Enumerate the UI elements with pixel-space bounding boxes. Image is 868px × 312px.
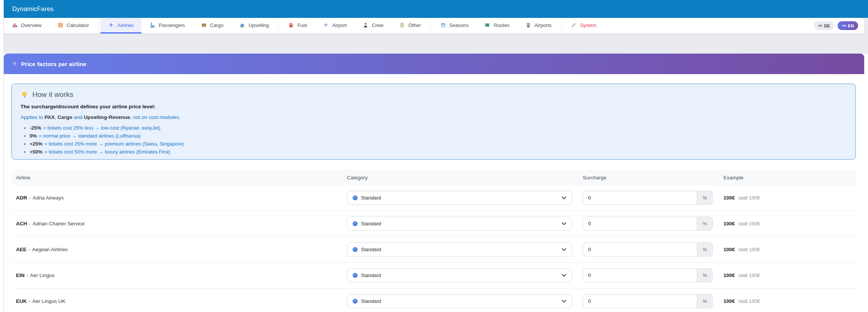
example-price: 100€ xyxy=(723,298,735,304)
nav-tab[interactable]: Seasons xyxy=(432,18,477,33)
building-icon xyxy=(525,22,531,28)
category-value: Standard xyxy=(361,298,381,304)
surcharge-input[interactable] xyxy=(583,191,697,205)
airline-code: AEE xyxy=(16,247,27,252)
nav-tab[interactable]: Cargo xyxy=(193,18,231,33)
page-title: Price factors per airline xyxy=(21,61,86,67)
bar-chart-icon xyxy=(12,22,17,28)
info-bullet: -25%= tickets cost 25% less → low-cost (… xyxy=(30,125,847,131)
map-icon xyxy=(485,22,490,28)
category-cell: Standard xyxy=(342,294,578,308)
nav-tab[interactable]: Passengers xyxy=(141,18,193,33)
airline-name-cell: ADR-Adria Airways xyxy=(11,195,342,201)
table-row: EUK-Aer Lingus UK Standard % 100€ statt … xyxy=(11,288,857,312)
nav-tabs: Overview Calculator ✈ Airlines Passenger… xyxy=(4,18,604,33)
airline-code: ADR xyxy=(16,195,27,201)
main-nav: Overview Calculator ✈ Airlines Passenger… xyxy=(4,18,864,33)
nav-tab[interactable]: Upselling xyxy=(231,18,277,33)
example-cell: 100€ statt 100€ xyxy=(719,195,857,201)
category-cell: Standard xyxy=(342,268,578,282)
percent-addon: % xyxy=(697,242,713,257)
category-cell: Standard xyxy=(342,191,578,205)
surcharge-cell: % xyxy=(578,242,719,257)
table-header: Airline Category Surcharge Example xyxy=(11,170,857,185)
airline-code: ACH xyxy=(16,221,27,226)
surcharge-cell: % xyxy=(578,217,719,231)
category-select[interactable]: Standard xyxy=(347,217,572,231)
nav-tab[interactable]: ✈ Airport xyxy=(315,18,355,33)
example-price: 100€ xyxy=(723,272,735,278)
gb-flag-icon: GB xyxy=(842,24,846,27)
airline-name: Adria Airways xyxy=(33,195,64,201)
percent-addon: % xyxy=(697,217,713,231)
nav-tab[interactable]: Fuel xyxy=(280,18,315,33)
chevron-down-icon xyxy=(562,300,566,302)
example-note: statt 100€ xyxy=(738,298,760,304)
example-note: statt 100€ xyxy=(738,221,760,226)
surcharge-cell: % xyxy=(578,268,719,282)
nav-tab[interactable]: Overview xyxy=(4,18,49,33)
info-bullet: 0%= normal price → standard airlines (Lu… xyxy=(30,133,847,139)
table-row: ACH-Adrian Charter Service Standard % 10… xyxy=(11,211,857,237)
nav-tab[interactable]: Airports xyxy=(517,18,560,33)
package-icon xyxy=(201,22,207,28)
example-note: statt 100€ xyxy=(738,195,760,201)
category-select[interactable]: Standard xyxy=(347,242,572,257)
category-value: Standard xyxy=(361,195,381,201)
info-intro: The surcharge/discount defines your airl… xyxy=(21,104,847,109)
percent-addon: % xyxy=(697,268,713,282)
tab-separator xyxy=(561,21,561,30)
airplane-icon: ✈ xyxy=(12,61,17,67)
example-cell: 100€ statt 100€ xyxy=(719,298,857,304)
nav-tab[interactable]: System xyxy=(563,18,604,33)
language-en-button[interactable]: GB EN xyxy=(838,21,858,30)
pilot-icon xyxy=(363,22,369,28)
fuel-pump-icon xyxy=(288,22,294,28)
percent-addon: % xyxy=(697,191,713,205)
calculator-icon xyxy=(57,22,63,28)
category-select[interactable]: Standard xyxy=(347,191,572,205)
language-switcher: DE DE GB EN xyxy=(814,18,858,33)
nav-tab[interactable]: Crew xyxy=(355,18,391,33)
airline-name-cell: ACH-Adrian Charter Service xyxy=(11,221,342,226)
info-title-row: How it works xyxy=(21,90,847,99)
example-cell: 100€ statt 100€ xyxy=(719,247,857,252)
surcharge-input[interactable] xyxy=(583,294,697,308)
language-de-label: DE xyxy=(824,24,830,28)
nav-tab[interactable]: Routes xyxy=(477,18,517,33)
example-price: 100€ xyxy=(723,195,735,201)
chevron-down-icon xyxy=(562,196,566,199)
language-de-button[interactable]: DE DE xyxy=(814,21,834,30)
surcharge-input[interactable] xyxy=(583,242,697,257)
surcharge-input-group: % xyxy=(583,268,713,282)
example-price: 100€ xyxy=(723,221,735,226)
info-applies-line: Applies to PAX, Cargo and Upselling-Reve… xyxy=(21,114,847,120)
airline-name: Aer Lingus UK xyxy=(32,298,65,304)
nav-tab[interactable]: ✈ Airlines xyxy=(100,18,142,33)
surcharge-input-group: % xyxy=(583,217,713,231)
chevron-down-icon xyxy=(562,222,566,225)
percent-addon: % xyxy=(697,294,713,308)
column-header-surcharge: Surcharge xyxy=(578,175,719,181)
blue-circle-icon xyxy=(353,221,358,226)
info-bullet: +25%= tickets cost 25% more → premium ai… xyxy=(30,141,847,147)
nav-tab[interactable]: Calculator xyxy=(49,18,97,33)
left-edge-strip xyxy=(0,0,4,312)
airline-name-cell: EUK-Aer Lingus UK xyxy=(11,298,342,304)
table-row: AEE-Aegean Airlines Standard % 100€ stat… xyxy=(11,237,857,263)
shopping-bag-icon xyxy=(239,22,245,28)
example-cell: 100€ statt 100€ xyxy=(719,221,857,226)
category-select[interactable]: Standard xyxy=(347,268,572,282)
info-bullet-list: -25%= tickets cost 25% less → low-cost (… xyxy=(21,125,847,155)
surcharge-input[interactable] xyxy=(583,268,697,282)
surcharge-input[interactable] xyxy=(583,217,697,231)
example-note: statt 100€ xyxy=(738,247,760,252)
nav-tab[interactable]: Other xyxy=(391,18,429,33)
surcharge-cell: % xyxy=(578,294,719,308)
tab-separator xyxy=(278,21,279,30)
chevron-down-icon xyxy=(562,248,566,251)
chevron-down-icon xyxy=(562,274,566,277)
blue-circle-icon xyxy=(353,273,358,278)
category-select[interactable]: Standard xyxy=(347,294,572,308)
blue-circle-icon xyxy=(353,299,358,304)
